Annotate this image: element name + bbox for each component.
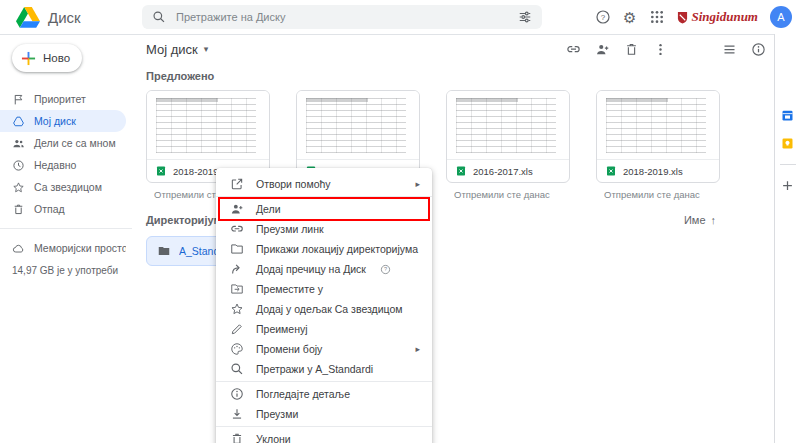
help-icon: [380, 264, 391, 275]
xls-file-icon: [155, 165, 167, 177]
info-icon[interactable]: [751, 42, 766, 57]
person-add-icon: [230, 202, 244, 216]
menu-item-label: Уклони: [256, 433, 291, 443]
singidunum-logo: Singidunum: [677, 9, 759, 25]
menu-item-label: Претражи у A_Standardi: [256, 363, 373, 375]
palette-icon: [230, 342, 244, 356]
menu-item-label: Погледајте детаље: [256, 388, 350, 400]
cloud-icon: [12, 242, 25, 255]
info-icon: [230, 387, 244, 401]
storage-usage: 14,97 GB је у употреби: [0, 265, 132, 276]
trash-icon: [230, 432, 244, 443]
gear-icon[interactable]: ⚙: [623, 10, 636, 25]
brand-name: Singidunum: [692, 9, 759, 25]
add-addon-icon[interactable]: [780, 178, 795, 193]
search-icon: [230, 362, 244, 376]
menu-item-move-to[interactable]: Преместите у: [216, 279, 432, 299]
card-upload-meta: Отпремили сте данас: [604, 189, 720, 200]
tune-icon[interactable]: [518, 10, 532, 24]
menu-item-label: Преузми: [256, 408, 298, 420]
get-link-icon[interactable]: [566, 42, 581, 57]
sidebar-divider: [0, 228, 132, 229]
menu-divider: [216, 426, 432, 427]
trash-icon: [12, 203, 25, 216]
file-card[interactable]: 2018-2019.xls Отпремили сте данас: [596, 90, 720, 200]
new-button[interactable]: Ново: [12, 44, 82, 72]
download-icon: [230, 407, 244, 421]
menu-item-label: Преместите у: [256, 283, 323, 295]
pencil-icon: [230, 322, 244, 336]
menu-item-label: Додај пречицу на Диск: [256, 263, 366, 275]
sort-ascending-icon: ↑: [711, 214, 717, 226]
search-icon[interactable]: [152, 10, 166, 24]
drive-logo[interactable]: Диск: [0, 7, 128, 28]
sidebar-item-trash[interactable]: Отпад: [0, 198, 126, 220]
breadcrumb-label: Мој диск: [146, 42, 198, 57]
avatar[interactable]: A: [770, 6, 792, 28]
menu-item-label: Промени боју: [256, 343, 322, 355]
menu-item-label: Дели: [256, 203, 281, 215]
sidebar-item-starred[interactable]: Са звездицом: [0, 176, 126, 198]
priority-flag-icon: [12, 93, 25, 106]
menu-item-add-shortcut[interactable]: Додај пречицу на Диск: [216, 259, 432, 279]
person-add-icon[interactable]: [595, 42, 610, 57]
menu-item-share[interactable]: Дели: [216, 199, 432, 219]
menu-item-open-with[interactable]: Отвори помоћу ▸: [216, 174, 432, 194]
trash-icon[interactable]: [624, 42, 639, 57]
sidebar-item-label: Меморијски простор: [34, 242, 126, 254]
search-bar: [142, 5, 542, 29]
file-card-footer: 2018-2019.xls: [597, 159, 719, 182]
sidebar-nav: Приоритет Мој диск Дели се са мном Недав…: [0, 88, 132, 276]
sidebar: Ново Приоритет Мој диск Дели се са мном …: [0, 34, 132, 443]
menu-item-label: Прикажи локацију директоријума: [256, 243, 418, 255]
xls-file-icon: [605, 165, 617, 177]
spreadsheet-preview: [306, 98, 406, 153]
spreadsheet-preview: [456, 98, 556, 153]
file-card-footer: 2016-2017.xls: [447, 159, 569, 182]
sidebar-item-my-drive[interactable]: Мој диск: [0, 110, 126, 132]
submenu-arrow-icon: ▸: [415, 344, 420, 354]
context-menu: Отвори помоћу ▸ Дели Преузми линк Прикаж…: [216, 168, 432, 443]
open-with-icon: [230, 177, 244, 191]
menu-item-add-to-starred[interactable]: Додај у одељак Са звездицом: [216, 299, 432, 319]
apps-grid-icon[interactable]: [649, 9, 665, 25]
folder-icon: [230, 242, 244, 256]
file-thumbnail: [447, 91, 569, 159]
menu-divider: [216, 381, 432, 382]
menu-item-change-color[interactable]: Промени боју ▸: [216, 339, 432, 359]
menu-item-show-folder-location[interactable]: Прикажи локацију директоријума: [216, 239, 432, 259]
sidebar-item-priority[interactable]: Приоритет: [0, 88, 126, 110]
more-vertical-icon[interactable]: [653, 42, 668, 57]
folder-icon: [157, 244, 171, 258]
sidebar-item-label: Приоритет: [34, 93, 86, 105]
menu-item-search-within[interactable]: Претражи у A_Standardi: [216, 359, 432, 379]
menu-item-label: Додај у одељак Са звездицом: [256, 303, 403, 315]
sort-label: Име: [684, 214, 706, 226]
google-drive-window: Диск ⚙ Singidunum A Ново Приоритет: [0, 0, 800, 443]
sidebar-item-label: Дели се са мном: [34, 137, 116, 149]
people-icon: [12, 137, 25, 150]
calendar-icon[interactable]: [780, 108, 795, 123]
topbar-actions: ⚙ Singidunum A: [595, 6, 800, 28]
file-card-box: 2018-2019.xls: [596, 90, 720, 183]
menu-item-view-details[interactable]: Погледајте детаље: [216, 384, 432, 404]
menu-item-get-link[interactable]: Преузми линк: [216, 219, 432, 239]
list-view-icon[interactable]: [722, 42, 737, 57]
file-card-box: 2016-2017.xls: [446, 90, 570, 183]
sidebar-item-storage[interactable]: Меморијски простор: [0, 237, 126, 259]
menu-item-remove[interactable]: Уклони: [216, 429, 432, 443]
keep-icon[interactable]: [780, 136, 795, 151]
sidebar-item-shared-with-me[interactable]: Дели се са мном: [0, 132, 126, 154]
sidebar-item-recent[interactable]: Недавно: [0, 154, 126, 176]
menu-item-download[interactable]: Преузми: [216, 404, 432, 424]
spreadsheet-preview: [606, 98, 706, 153]
menu-item-rename[interactable]: Преименуј: [216, 319, 432, 339]
help-icon[interactable]: [595, 9, 611, 25]
file-card[interactable]: 2016-2017.xls Отпремили сте данас: [446, 90, 570, 200]
crest-icon: [677, 11, 688, 24]
drive-shortcut-icon: [230, 262, 244, 276]
search-input[interactable]: [174, 10, 510, 24]
breadcrumb[interactable]: Мој диск ▾: [146, 42, 208, 57]
sidebar-item-label: Са звездицом: [34, 181, 102, 193]
sort-by-name-button[interactable]: Име ↑: [684, 214, 716, 226]
